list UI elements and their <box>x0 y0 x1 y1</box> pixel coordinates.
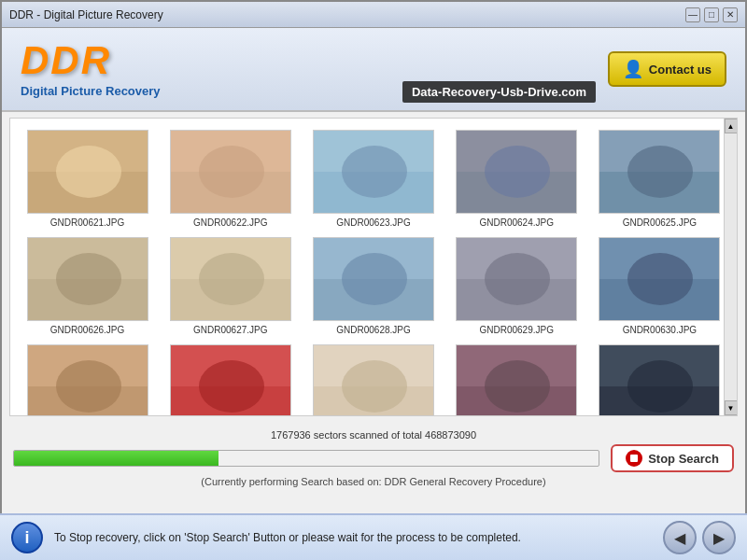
list-item[interactable]: GNDR00633.JPG <box>302 339 444 415</box>
list-item[interactable]: GNDR00621.JPG <box>16 124 159 231</box>
contact-icon: 👤 <box>623 59 643 79</box>
svg-point-2 <box>56 146 121 198</box>
list-item[interactable]: GNDR00623.JPG <box>302 124 444 231</box>
thumbnail-image <box>170 237 291 321</box>
info-icon: i <box>11 522 43 553</box>
nav-forward-button[interactable]: ▶ <box>702 521 736 554</box>
thumbnail-image <box>27 237 148 321</box>
thumbnail-image <box>313 130 434 214</box>
progress-text: 1767936 sectors scanned of total 4688730… <box>271 429 476 441</box>
svg-point-5 <box>199 146 264 198</box>
window-title: DDR - Digital Picture Recovery <box>9 8 163 21</box>
thumbnail-image <box>27 130 148 214</box>
svg-point-38 <box>342 360 407 413</box>
stop-icon <box>626 450 642 467</box>
footer: i To Stop recovery, click on 'Stop Searc… <box>0 513 747 560</box>
scrollbar[interactable]: ▲ ▼ <box>724 119 737 415</box>
list-item[interactable]: GNDR00622.JPG <box>159 124 302 231</box>
maximize-button[interactable]: □ <box>704 7 719 22</box>
progress-section: 1767936 sectors scanned of total 4688730… <box>2 422 745 491</box>
thumbnail-image <box>456 130 577 214</box>
thumbnail-image <box>313 237 434 321</box>
thumbnail-image <box>599 130 720 214</box>
progress-fill <box>14 451 218 466</box>
thumb-filename: GNDR00627.JPG <box>193 325 267 335</box>
list-item[interactable]: GNDR00625.JPG <box>588 124 731 231</box>
thumb-filename: GNDR00624.JPG <box>479 217 553 228</box>
svg-point-8 <box>342 146 407 198</box>
list-item[interactable]: GNDR00630.JPG <box>588 231 731 339</box>
svg-point-20 <box>199 253 264 305</box>
thumb-filename: GNDR00621.JPG <box>50 217 124 228</box>
thumb-filename: GNDR00622.JPG <box>193 217 267 228</box>
thumb-filename: GNDR00630.JPG <box>623 325 697 335</box>
nav-back-button[interactable]: ◀ <box>663 521 697 554</box>
close-button[interactable]: ✕ <box>723 7 738 22</box>
ddr-logo: DDR <box>21 41 161 80</box>
svg-point-32 <box>56 360 121 413</box>
progress-bar <box>13 450 599 467</box>
thumbnail-image <box>313 344 434 415</box>
list-item[interactable]: GNDR00624.JPG <box>445 124 588 231</box>
stop-icon-inner <box>630 455 638 462</box>
thumbnail-image <box>27 344 148 415</box>
stop-label: Stop Search <box>648 452 719 466</box>
svg-point-44 <box>627 360 693 413</box>
minimize-button[interactable]: — <box>685 7 700 22</box>
thumbnail-image <box>170 344 291 415</box>
svg-point-26 <box>485 253 550 305</box>
scroll-down-button[interactable]: ▼ <box>725 400 738 415</box>
progress-sub-text: (Currently performing Search based on: D… <box>201 476 545 487</box>
svg-point-14 <box>627 146 693 198</box>
list-item[interactable]: GNDR00628.JPG <box>302 231 444 339</box>
website-badge: Data-Recovery-Usb-Drive.com <box>402 81 596 103</box>
scroll-up-button[interactable]: ▲ <box>725 119 738 133</box>
thumbnail-image <box>170 130 291 214</box>
thumb-filename: GNDR00625.JPG <box>623 217 697 228</box>
title-bar: DDR - Digital Picture Recovery — □ ✕ <box>2 2 745 28</box>
svg-point-35 <box>199 360 264 413</box>
list-item[interactable]: GNDR00635.JPG <box>588 339 731 415</box>
stop-search-button[interactable]: Stop Search <box>611 444 734 472</box>
list-item[interactable]: GNDR00634.JPG <box>445 339 588 415</box>
contact-label: Contact us <box>649 63 712 77</box>
thumb-filename: GNDR00629.JPG <box>479 325 553 335</box>
footer-info-text: To Stop recovery, click on 'Stop Search'… <box>54 531 652 544</box>
thumbnail-image <box>599 344 720 415</box>
contact-button[interactable]: 👤 Contact us <box>608 51 726 87</box>
list-item[interactable]: GNDR00626.JPG <box>16 231 159 339</box>
footer-nav[interactable]: ◀ ▶ <box>663 521 736 554</box>
svg-point-41 <box>485 360 550 413</box>
thumbnail-image <box>456 344 577 415</box>
svg-point-11 <box>485 146 550 198</box>
progress-row: Stop Search <box>13 444 734 472</box>
thumbnail-grid: GNDR00621.JPG GNDR00622.JPG GNDR00623.JP… <box>10 119 737 415</box>
thumb-filename: GNDR00628.JPG <box>336 325 410 335</box>
thumb-filename: GNDR00623.JPG <box>336 217 410 228</box>
list-item[interactable]: GNDR00631.JPG <box>16 339 159 415</box>
thumbnail-image <box>599 237 720 321</box>
brand-area: DDR Digital Picture Recovery <box>21 41 161 98</box>
app-header: DDR Digital Picture Recovery Data-Recove… <box>2 28 745 112</box>
app-subtitle: Digital Picture Recovery <box>21 84 161 98</box>
list-item[interactable]: GNDR00627.JPG <box>159 231 302 339</box>
window-controls[interactable]: — □ ✕ <box>685 7 738 22</box>
svg-point-29 <box>627 253 693 305</box>
thumbnail-area: GNDR00621.JPG GNDR00622.JPG GNDR00623.JP… <box>9 118 738 416</box>
thumbnail-image <box>456 237 577 321</box>
list-item[interactable]: GNDR00632.JPG <box>159 339 302 415</box>
thumb-filename: GNDR00626.JPG <box>50 325 124 335</box>
svg-point-23 <box>342 253 407 305</box>
list-item[interactable]: GNDR00629.JPG <box>445 231 588 339</box>
svg-point-17 <box>56 253 121 305</box>
